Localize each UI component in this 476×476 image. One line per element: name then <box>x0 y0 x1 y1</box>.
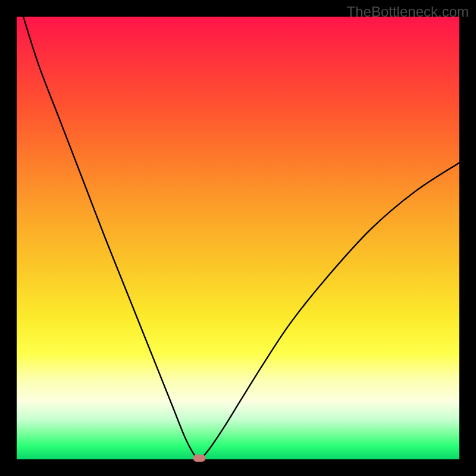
chart-curve-svg <box>17 17 459 459</box>
chart-plot-area <box>17 17 459 459</box>
bottleneck-curve <box>23 17 459 459</box>
curve-minimum-marker <box>193 455 206 462</box>
watermark-text: TheBottleneck.com <box>347 4 469 20</box>
